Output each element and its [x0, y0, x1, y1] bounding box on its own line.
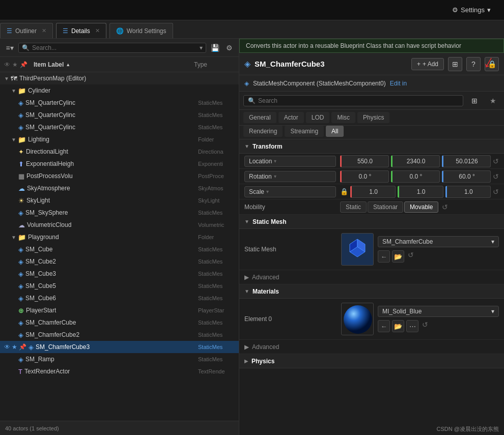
filter-rendering[interactable]: Rendering: [243, 126, 283, 137]
scale-reset-button[interactable]: ↺: [493, 187, 499, 196]
filter-misc[interactable]: Misc: [331, 112, 355, 123]
list-item[interactable]: ◈ SM_ChamferCube2 StaticMes: [0, 329, 239, 341]
lock-icon: 🔒: [488, 60, 496, 68]
details-tab-close[interactable]: ✕: [95, 27, 100, 34]
scale-y-input[interactable]: [398, 186, 443, 198]
rotation-reset-button[interactable]: ↺: [493, 172, 499, 181]
settings-button[interactable]: ⚙ Settings ▾: [447, 4, 496, 16]
outliner-search-input[interactable]: [32, 44, 197, 51]
add-button[interactable]: + + Add: [411, 58, 444, 70]
scale-z-input[interactable]: [445, 186, 491, 198]
location-dropdown[interactable]: Location ▾: [244, 156, 336, 167]
outliner-tab-close[interactable]: ✕: [42, 27, 46, 34]
mobility-movable-btn[interactable]: Movable: [404, 201, 438, 213]
list-item[interactable]: ▼ 📁 Cylinder: [0, 84, 239, 97]
list-item[interactable]: ⊕ PlayerStart PlayerStar: [0, 304, 239, 316]
material-extra-button[interactable]: ⋯: [406, 320, 418, 332]
material-browse-button[interactable]: ←: [378, 320, 390, 332]
materials-section-header[interactable]: ▼ Materials: [239, 284, 504, 299]
actor-count-label: 40 actors (1 selected): [5, 425, 59, 431]
list-item[interactable]: ☀ SkyLight SkyLight: [0, 194, 239, 207]
tab-details[interactable]: ☰ Details ✕: [56, 23, 106, 38]
mesh-browse-button[interactable]: ←: [378, 250, 390, 263]
mesh-action-buttons: ← 📂 ↺: [378, 250, 499, 263]
rotation-dropdown[interactable]: Rotation ▾: [244, 171, 336, 182]
list-item[interactable]: ◈ SM_Cube2 StaticMes: [0, 255, 239, 268]
mobility-static-btn[interactable]: Static: [340, 201, 367, 213]
list-item-selected[interactable]: 👁 ★ 📌 ◈ SM_ChamferCube3 StaticMes: [0, 341, 239, 353]
favorites-button[interactable]: ★: [486, 94, 500, 108]
list-item[interactable]: ◈ SM_Cube6 StaticMes: [0, 292, 239, 304]
lock-button[interactable]: 🔒: [485, 57, 499, 71]
tab-outliner[interactable]: ☰ Outliner ✕: [0, 23, 53, 38]
location-y-input[interactable]: [391, 155, 440, 167]
mobility-reset-button[interactable]: ↺: [440, 202, 450, 212]
scale-dropdown[interactable]: Scale ▾: [244, 186, 336, 197]
location-x-input[interactable]: [340, 155, 389, 167]
filter-actor[interactable]: Actor: [278, 112, 304, 123]
blueprint-grid-button[interactable]: ⊞: [448, 57, 462, 71]
item-label-column[interactable]: Item Label ▲: [34, 61, 190, 68]
mesh-open-button[interactable]: 📂: [392, 250, 404, 263]
mesh-reset-button[interactable]: ↺: [406, 250, 415, 259]
search-dropdown-icon[interactable]: ▾: [200, 44, 203, 51]
edit-in-link[interactable]: Edit in: [390, 80, 407, 87]
settings-outliner-button[interactable]: ⚙: [223, 42, 235, 53]
details-search-input[interactable]: [258, 97, 459, 104]
material-open-button[interactable]: 📂: [392, 320, 404, 332]
list-item[interactable]: ▦ PostProcessVolu PostProce: [0, 170, 239, 182]
list-item[interactable]: T TextRenderActor TextRende: [0, 365, 239, 378]
mobility-stationary-btn[interactable]: Stationar: [368, 201, 403, 213]
list-item[interactable]: ⬆ ExponentialHeigh Exponenti: [0, 158, 239, 170]
list-item[interactable]: ◈ SM_QuarterCylinc StaticMes: [0, 121, 239, 133]
location-controls: ↺: [340, 155, 499, 167]
location-reset-button[interactable]: ↺: [493, 157, 499, 166]
physics-section-header[interactable]: ▶ Physics: [239, 354, 504, 368]
grid-view-button[interactable]: ⊞: [467, 94, 482, 108]
list-item[interactable]: ◈ SM_QuarterCylinc StaticMes: [0, 97, 239, 109]
list-item[interactable]: ◈ SM_Cube3 StaticMes: [0, 268, 239, 280]
list-item[interactable]: ▼ 📁 Lighting Folder: [0, 133, 239, 146]
location-z-input[interactable]: [442, 155, 491, 167]
scale-lock-icon[interactable]: 🔒: [340, 188, 348, 195]
list-item[interactable]: ▼ 📁 Playground Folder: [0, 231, 239, 243]
rotation-z-input[interactable]: [442, 170, 491, 183]
filter-general[interactable]: General: [243, 112, 276, 123]
list-item[interactable]: ◈ SM_Cube StaticMes: [0, 243, 239, 255]
create-folder-button[interactable]: 💾: [209, 42, 220, 53]
list-item[interactable]: ◈ SM_Ramp StaticMes: [0, 353, 239, 365]
filter-button[interactable]: ≡ ▾: [4, 42, 15, 53]
properties-area[interactable]: ▼ Transform Location ▾: [239, 139, 504, 435]
list-item[interactable]: ✦ DirectionalLight Directiona: [0, 146, 239, 158]
mat-advanced-chevron-icon: ▶: [244, 343, 249, 351]
list-item[interactable]: ☁ SkyAtmosphere SkyAtmos: [0, 182, 239, 194]
outliner-list[interactable]: ▼ 🗺 ThirdPersonMap (Editor) ▼ 📁 Cylinder…: [0, 72, 239, 421]
material-element0-row: Element 0: [239, 299, 504, 340]
list-item[interactable]: ◈ SM_SkySphere StaticMes: [0, 207, 239, 219]
material-reset-button[interactable]: ↺: [421, 320, 430, 329]
help-button[interactable]: ?: [466, 57, 481, 71]
chevron-icon: ▼: [4, 76, 9, 81]
mesh-cube-svg: [345, 237, 370, 262]
header-icon-group: 👁 ★ 📌: [4, 61, 27, 68]
materials-advanced-row[interactable]: ▶ Advanced: [239, 340, 504, 354]
outliner-column-header: 👁 ★ 📌 Item Label ▲ Type: [0, 57, 239, 72]
list-item[interactable]: ◈ SM_Cube5 StaticMes: [0, 280, 239, 292]
list-item[interactable]: ◈ SM_ChamferCube StaticMes: [0, 316, 239, 329]
list-item[interactable]: ▼ 🗺 ThirdPersonMap (Editor): [0, 72, 239, 84]
filter-all[interactable]: All: [326, 126, 344, 137]
transform-section-header[interactable]: ▼ Transform: [239, 139, 504, 154]
rotation-x-input[interactable]: [340, 170, 389, 183]
rotation-y-input[interactable]: [391, 170, 440, 183]
list-item[interactable]: ☁ VolumetricCloud Volumetric: [0, 219, 239, 231]
filter-streaming[interactable]: Streaming: [285, 126, 324, 137]
mesh-select-dropdown[interactable]: SM_ChamferCube ▾: [378, 236, 499, 247]
filter-lod[interactable]: LOD: [306, 112, 330, 123]
tab-world-settings[interactable]: 🌐 World Settings: [109, 23, 173, 38]
list-item[interactable]: ◈ SM_QuarterCylinc StaticMes: [0, 109, 239, 121]
material-select-dropdown[interactable]: MI_Solid_Blue ▾: [378, 306, 499, 317]
static-mesh-advanced-row[interactable]: ▶ Advanced: [239, 270, 504, 284]
scale-x-input[interactable]: [350, 186, 396, 198]
filter-physics[interactable]: Physics: [357, 112, 389, 123]
static-mesh-section-header[interactable]: ▼ Static Mesh: [239, 215, 504, 229]
